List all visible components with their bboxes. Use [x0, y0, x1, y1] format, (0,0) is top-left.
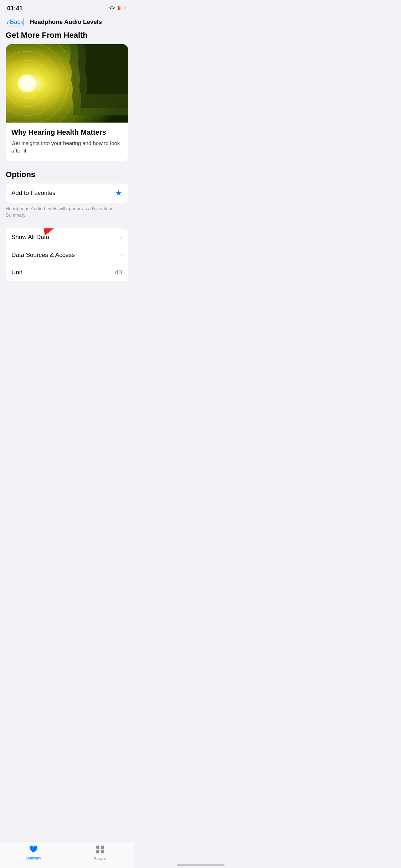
add-to-favorites-label: Add to Favorites [11, 190, 56, 197]
options-label: Options [0, 170, 134, 184]
show-all-data-label: Show All Data [11, 234, 49, 241]
card-description: Get insights into your hearing and how t… [11, 139, 122, 154]
unit-row[interactable]: Unit dB [6, 264, 128, 281]
add-to-favorites-group: Add to Favorites ★ [6, 184, 128, 203]
card-body: Why Hearing Health Matters Get insights … [6, 123, 128, 161]
star-icon: ★ [115, 188, 122, 198]
show-all-data-chevron-icon: › [120, 233, 122, 241]
show-all-data-row[interactable]: Show All Data › [6, 228, 128, 246]
scroll-content: Get More From Health [0, 31, 134, 313]
favorites-note: Headphone Audio Levels will appear as a … [0, 203, 134, 224]
page-title: Headphone Audio Levels [30, 19, 102, 26]
add-to-favorites-row[interactable]: Add to Favorites ★ [6, 184, 128, 203]
wifi-icon [109, 5, 115, 12]
back-button[interactable]: ‹ Back [6, 18, 24, 26]
back-chevron-icon: ‹ [6, 19, 9, 26]
status-time: 01:41 [7, 5, 22, 12]
back-label: Back [10, 19, 24, 26]
card-title: Why Hearing Health Matters [11, 128, 122, 136]
get-more-header: Get More From Health [0, 31, 134, 44]
data-sources-label: Data Sources & Access [11, 252, 75, 259]
article-card[interactable]: Why Hearing Health Matters Get insights … [6, 44, 128, 161]
data-options-group: Show All Data › Data Sources & Access › … [6, 228, 128, 281]
card-image [6, 44, 128, 123]
svg-point-10 [21, 77, 34, 90]
battery-icon [117, 5, 127, 12]
status-bar: 01:41 [0, 0, 134, 15]
status-icons [109, 5, 127, 12]
data-sources-chevron-icon: › [120, 251, 122, 259]
nav-bar: ‹ Back Headphone Audio Levels [0, 15, 134, 31]
data-sources-row[interactable]: Data Sources & Access › [6, 246, 128, 264]
unit-label: Unit [11, 269, 22, 276]
unit-value: dB [115, 269, 122, 276]
